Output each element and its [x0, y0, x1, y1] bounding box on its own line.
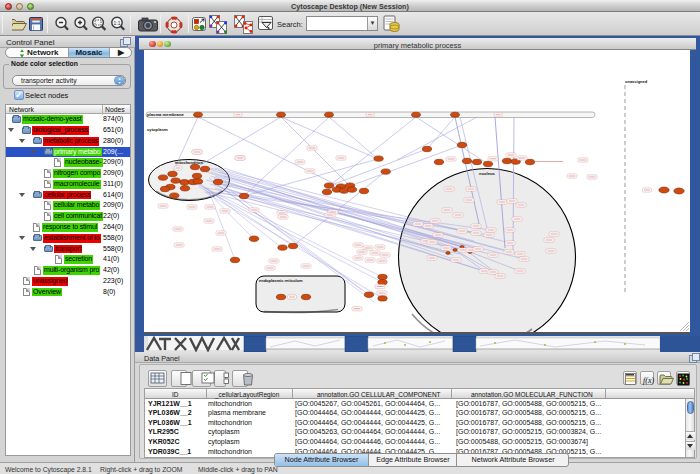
svg-text:endoplasmic reticulum: endoplasmic reticulum — [259, 278, 303, 283]
svg-text:cytoplasm: cytoplasm — [147, 127, 168, 132]
svg-text:unassigned: unassigned — [625, 79, 648, 84]
svg-text:f(x): f(x) — [643, 376, 654, 385]
svg-text:mitochondrion: mitochondrion — [175, 160, 204, 165]
svg-text:nucleus: nucleus — [479, 171, 495, 176]
svg-text:1:1: 1:1 — [114, 20, 121, 26]
svg-text:plasma membrane: plasma membrane — [147, 112, 184, 117]
